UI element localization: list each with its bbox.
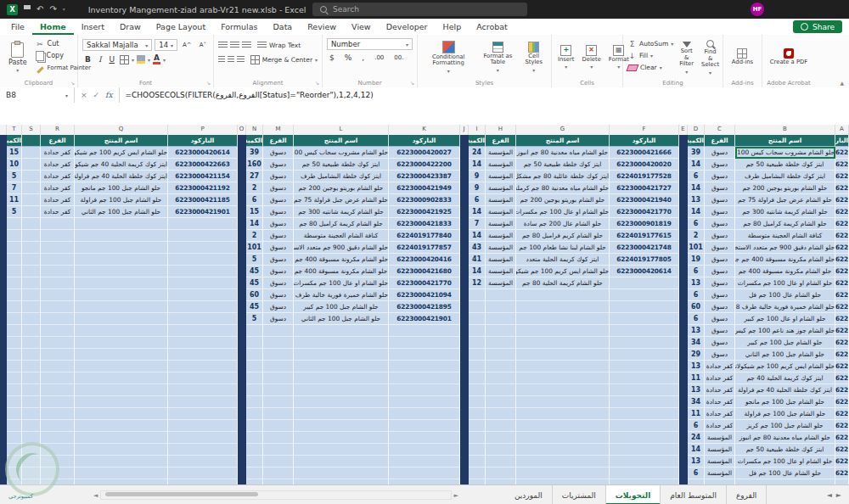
product-cell[interactable]: حلو الشام كريمة شانتيه 300 جم — [294, 206, 389, 218]
barcode-cell[interactable]: 6223000421192 — [168, 182, 238, 194]
qty-cell[interactable]: 6 — [688, 289, 705, 301]
product-cell[interactable]: حلو الشام جبل 100 جم مانجو — [735, 396, 835, 408]
qty-cell[interactable]: 43 — [469, 242, 486, 254]
branch-cell[interactable]: دسوق — [705, 301, 735, 313]
ribbon-tab[interactable]: Formulas — [213, 19, 265, 35]
product-cell[interactable]: حلو الشام خميرة فورية خالية طرف 8 جم — [294, 289, 389, 301]
branch-cell[interactable]: دسوق — [263, 147, 294, 159]
product-cell[interactable]: حلو الشام او عال 100 جم مكسرات — [294, 277, 389, 289]
qty-cell[interactable]: 5 — [246, 313, 263, 325]
barcode-cell[interactable]: 6223000421895 — [389, 301, 460, 313]
column-header-cell[interactable]: الفرع — [486, 135, 516, 147]
barcode-cell[interactable]: 6223000421770 — [610, 206, 679, 218]
product-cell[interactable]: حلو الشام ايس كريم 100 جم شيكولاته — [516, 266, 610, 277]
percent-button[interactable]: % — [342, 53, 355, 64]
product-cell[interactable]: حلو الشام عال 100 جم فل — [735, 289, 835, 301]
barcode-cell[interactable]: 6223000421770 — [835, 456, 849, 468]
spacer-cell[interactable] — [22, 182, 41, 194]
branch-cell[interactable]: المؤسسة — [486, 194, 516, 206]
qty-cell[interactable]: 60 — [246, 289, 263, 301]
barcode-cell[interactable]: 6224019177880 — [835, 313, 849, 325]
qty-cell[interactable]: 14 — [469, 230, 486, 242]
branch-cell[interactable]: المؤسسة — [486, 171, 516, 182]
branch-cell[interactable]: كفر حدادة — [705, 396, 735, 408]
scroll-right-icon[interactable]: ► — [454, 491, 458, 500]
increase-decimal-button[interactable]: .00 — [372, 53, 386, 64]
qty-cell[interactable]: 2 — [246, 230, 263, 242]
barcode-cell[interactable]: 6224019177615 — [610, 230, 679, 242]
barcode-cell[interactable]: 6223000421154 — [835, 384, 849, 396]
branch-cell[interactable]: دسوق — [263, 159, 294, 171]
branch-cell[interactable]: دسوق — [705, 242, 735, 254]
qty-cell[interactable]: 34 — [688, 396, 705, 408]
product-cell[interactable]: حلو الشام جبل 100 جم الثاني — [294, 313, 389, 325]
product-cell[interactable]: حلو الشام كريمة كراميل 80 جم — [294, 218, 389, 230]
barcode-cell[interactable]: 6223000421949 — [389, 182, 460, 194]
column-header-letter[interactable]: K — [389, 125, 460, 135]
qty-cell[interactable]: 14 — [688, 159, 705, 171]
format-as-table-button[interactable]: Format as Table▾ — [479, 38, 516, 76]
paste-button[interactable]: Paste ▾ — [4, 38, 31, 76]
dialog-launcher-icon[interactable]: ↘ — [410, 80, 414, 86]
spacer-cell[interactable] — [22, 159, 41, 171]
branch-cell[interactable]: المؤسسة — [486, 230, 516, 242]
qty-cell[interactable]: 6 — [688, 420, 705, 432]
branch-cell[interactable]: دسوق — [263, 242, 294, 254]
create-pdf-button[interactable]: Create a PDF — [768, 38, 809, 76]
qty-cell[interactable]: 7 — [469, 218, 486, 230]
column-header-letter[interactable]: D — [688, 125, 705, 135]
qty-cell[interactable]: 14 — [246, 218, 263, 230]
currency-button[interactable]: $ — [327, 53, 337, 64]
product-cell[interactable]: حلو الشام او عال 100 جم مكسرات — [735, 456, 835, 468]
barcode-cell[interactable]: 6223000421666 — [610, 147, 679, 159]
sheet-tab[interactable]: الموردين — [505, 485, 553, 504]
branch-cell[interactable]: دسوق — [263, 277, 294, 289]
barcode-cell[interactable]: 6223000422663 — [835, 372, 849, 384]
column-header-letter[interactable]: E — [679, 125, 688, 135]
column-header-cell[interactable]: اسم المنتج — [294, 135, 389, 147]
branch-cell[interactable]: كفر حدادة — [705, 408, 735, 420]
column-header-letter[interactable]: H — [486, 125, 516, 135]
qty-cell[interactable]: 6 — [688, 171, 705, 182]
qty-cell[interactable]: 14 — [469, 159, 486, 171]
qty-cell[interactable]: 9 — [469, 171, 486, 182]
barcode-cell[interactable]: 6223000421094 — [389, 289, 460, 301]
qty-cell[interactable]: 24 — [469, 147, 486, 159]
branch-cell[interactable]: المؤسسة — [486, 277, 516, 289]
barcode-cell[interactable]: 6223000421770 — [389, 277, 460, 289]
qty-cell[interactable]: 12 — [469, 277, 486, 289]
branch-cell[interactable]: دسوق — [263, 218, 294, 230]
column-header-letter[interactable]: N — [246, 125, 263, 135]
branch-cell[interactable]: دسوق — [705, 171, 735, 182]
ribbon-tab[interactable]: Home — [32, 19, 74, 35]
column-header-letter[interactable]: M — [263, 125, 294, 135]
qty-cell[interactable]: 13 — [688, 361, 705, 372]
ribbon-tab[interactable]: Insert — [74, 19, 112, 35]
qty-cell[interactable]: 24 — [688, 432, 705, 444]
product-cell[interactable]: حلو الشام مكرونة مسبوقة 400 جم جوزهند — [294, 254, 389, 266]
product-cell[interactable]: حلو الشام ايس كريم 100 جم شيكولاته — [735, 361, 835, 372]
merge-center-button[interactable]: Merge & Center▾ — [250, 54, 318, 65]
addins-button[interactable]: Add-ins — [730, 38, 755, 76]
column-header-cell[interactable]: الباركود — [389, 135, 460, 147]
barcode-cell[interactable]: 6223000421901 — [835, 349, 849, 361]
qty-cell[interactable]: 41 — [469, 254, 486, 266]
branch-cell[interactable]: كفر حدادة — [41, 147, 75, 159]
barcode-cell[interactable]: 6223000420020 — [835, 444, 849, 456]
product-cell[interactable]: ايتز كوك كريمة الحلية 40 جم شيكولاته — [75, 159, 168, 171]
barcode-cell[interactable]: 6223000901819 — [610, 218, 679, 230]
barcode-cell[interactable]: 6223000421154 — [168, 171, 238, 182]
column-header-letter[interactable]: O — [238, 125, 246, 135]
branch-cell[interactable]: دسوق — [705, 289, 735, 301]
barcode-cell[interactable]: 6223000421748 — [610, 242, 679, 254]
align-bottom-icon[interactable] — [242, 42, 251, 49]
font-name-combo[interactable]: Sakkal Majalla▾ — [82, 39, 152, 51]
column-header-letter[interactable]: G — [516, 125, 610, 135]
barcode-cell[interactable]: 6223000421753 — [835, 468, 849, 479]
barcode-cell[interactable]: 6223000421094 — [835, 301, 849, 313]
branch-cell[interactable]: دسوق — [263, 254, 294, 266]
branch-cell[interactable]: دسوق — [705, 277, 735, 289]
product-cell[interactable]: حلو الشام او عال 100 جم مكسرات — [516, 206, 610, 218]
product-cell[interactable]: حلو الشام عال 100 جم فل — [735, 468, 835, 479]
branch-cell[interactable]: المؤسسة — [486, 147, 516, 159]
